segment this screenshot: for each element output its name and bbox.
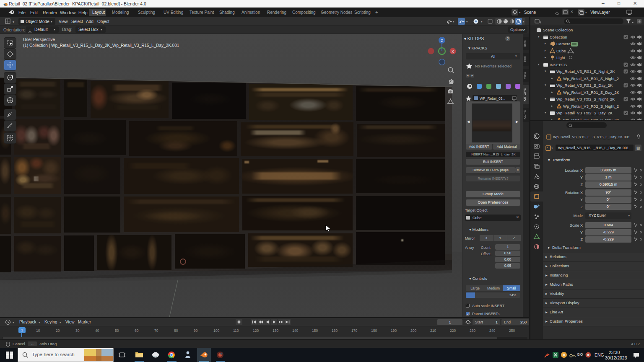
svg-text:X: X [452, 49, 454, 54]
svg-text:Z: Z [441, 39, 443, 43]
